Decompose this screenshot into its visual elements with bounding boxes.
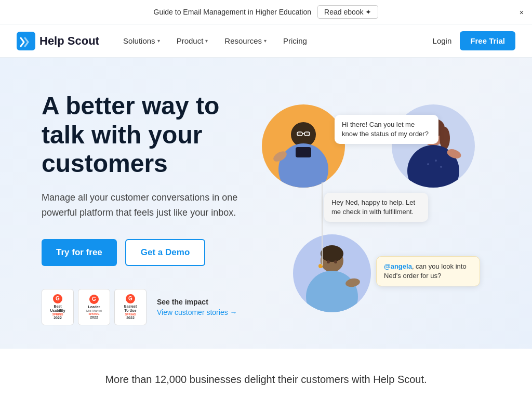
award-badge-leader: G Leader Mid-Market SPRING 2022 [78, 289, 110, 325]
main-navigation: Help Scout Solutions ▾ Product ▾ Resourc… [0, 24, 532, 58]
chat-divider [322, 182, 323, 266]
avatar-top [262, 104, 345, 188]
social-proof-title: More than 12,000 businesses delight thei… [42, 374, 490, 386]
nav-pricing[interactable]: Pricing [276, 32, 314, 49]
try-free-button[interactable]: Try for free [42, 239, 117, 266]
social-proof-section: More than 12,000 businesses delight thei… [0, 349, 532, 397]
awards-label: See the impact [157, 298, 237, 306]
nav-solutions[interactable]: Solutions ▾ [116, 32, 167, 49]
login-button[interactable]: Login [433, 36, 452, 45]
announcement-text: Guide to Email Management in Higher Educ… [154, 8, 312, 16]
chevron-down-icon: ▾ [157, 38, 160, 44]
award-badge-easiest: G EasiestTo Use SPRING 2022 [114, 289, 147, 325]
hero-buttons: Try for free Get a Demo [42, 239, 241, 266]
hero-illustration: Hi there! Can you let me know the status… [241, 99, 490, 317]
g2-icon: G [126, 294, 135, 303]
svg-point-1 [291, 122, 316, 147]
awards-section: G BestUsability SPRING 2022 G Leader Mid… [42, 289, 241, 325]
hero-title: A better way to talk with your customers [42, 91, 241, 178]
svg-point-21 [321, 245, 343, 262]
hero-content: A better way to talk with your customers… [42, 91, 241, 325]
chat-bubble-2: Hey Ned, happy to help. Let me check in … [324, 193, 428, 222]
g2-icon: G [53, 294, 62, 303]
mention-text: @angela [384, 262, 412, 270]
award-badge-usability: G BestUsability SPRING 2022 [42, 289, 74, 325]
chat-bubble-3: @angela, can you look into Ned's order f… [376, 256, 480, 286]
nav-actions: Login Free Trial [433, 31, 515, 50]
nav-product[interactable]: Product ▾ [169, 32, 216, 49]
helpscout-logo-icon [17, 32, 35, 50]
read-ebook-button[interactable]: Read ebook ✦ [317, 5, 378, 19]
chevron-down-icon: ▾ [264, 38, 267, 44]
logo-text: Help Scout [39, 34, 99, 48]
svg-point-24 [327, 260, 330, 263]
svg-point-23 [306, 271, 358, 312]
hero-section: A better way to talk with your customers… [0, 58, 532, 349]
svg-rect-0 [17, 32, 35, 50]
logo-link[interactable]: Help Scout [17, 32, 99, 50]
svg-point-15 [435, 160, 437, 162]
chevron-down-icon: ▾ [205, 38, 208, 44]
chat-bubble-1: Hi there! Can you let me know the status… [335, 115, 438, 144]
nav-links: Solutions ▾ Product ▾ Resources ▾ Pricin… [116, 32, 433, 49]
svg-point-14 [427, 163, 429, 165]
hero-subtitle: Manage all your customer conversations i… [42, 190, 241, 220]
svg-rect-3 [296, 147, 311, 157]
person-illustration-1 [267, 110, 340, 188]
chat-scene: Hi there! Can you let me know the status… [241, 99, 490, 317]
nav-resources[interactable]: Resources ▾ [217, 32, 274, 49]
awards-badges: G BestUsability SPRING 2022 G Leader Mid… [42, 289, 147, 325]
person-illustration-3 [296, 237, 368, 312]
get-demo-button[interactable]: Get a Demo [125, 239, 205, 266]
free-trial-button[interactable]: Free Trial [460, 31, 515, 50]
svg-point-16 [440, 166, 442, 168]
avatar-bottom [293, 234, 371, 312]
svg-point-25 [334, 260, 337, 263]
close-announcement-button[interactable]: × [520, 7, 524, 18]
g2-icon: G [89, 295, 99, 304]
awards-text: See the impact View customer stories → [157, 298, 237, 316]
announcement-bar: Guide to Email Management in Higher Educ… [0, 0, 532, 24]
view-stories-link[interactable]: View customer stories → [157, 308, 237, 316]
